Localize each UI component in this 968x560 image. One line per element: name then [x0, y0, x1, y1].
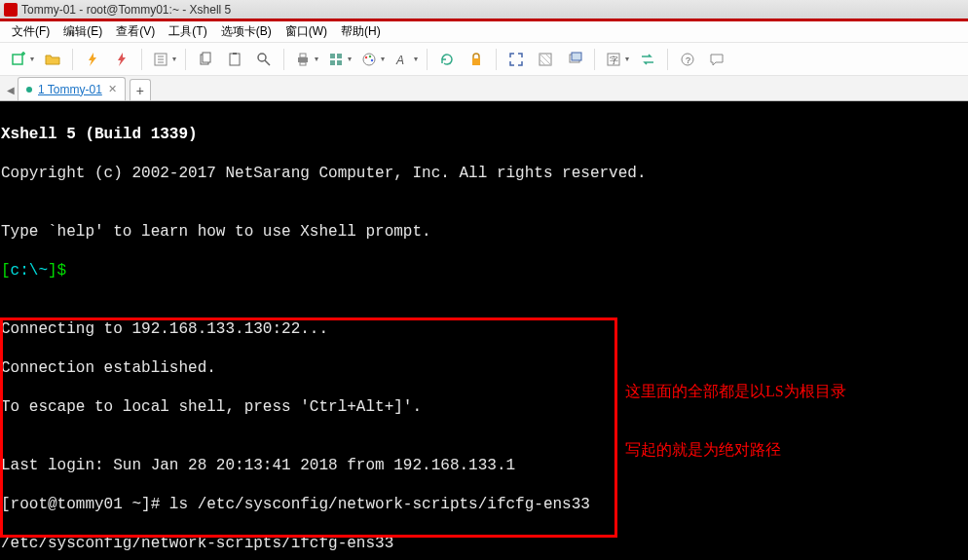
encoding-button[interactable]: 字 [601, 47, 632, 72]
reconnect-button[interactable] [79, 47, 106, 72]
window-title: Tommy-01 - root@Tommy01:~ - Xshell 5 [21, 3, 231, 17]
session-tab-label: 1 Tommy-01 [38, 83, 102, 96]
print-button[interactable] [290, 47, 321, 72]
font-icon: A [394, 52, 410, 67]
tab-scroll-left[interactable]: ◀ [4, 79, 18, 100]
menubar: 文件(F) 编辑(E) 查看(V) 工具(T) 选项卡(B) 窗口(W) 帮助(… [0, 21, 968, 43]
disconnect-button[interactable] [108, 47, 135, 72]
transparency-icon [538, 52, 553, 67]
titlebar: Tommy-01 - root@Tommy01:~ - Xshell 5 [0, 0, 968, 19]
find-button[interactable] [250, 47, 278, 72]
help-button[interactable]: ? [674, 47, 701, 72]
separator [594, 49, 595, 70]
svg-text:字: 字 [610, 56, 618, 65]
svg-rect-19 [472, 58, 480, 65]
separator [283, 49, 284, 70]
always-on-top-button[interactable] [561, 47, 588, 72]
chat-button[interactable] [703, 47, 730, 72]
connecting-line: Connecting to 192.168.133.130:22... [0, 319, 968, 339]
help-icon: ? [680, 52, 695, 67]
layout-button[interactable] [323, 47, 354, 72]
copyright-line: Copyright (c) 2002-2017 NetSarang Comput… [0, 164, 968, 183]
svg-rect-9 [300, 62, 306, 65]
svg-point-17 [371, 58, 373, 60]
font-button[interactable]: A [390, 47, 421, 72]
separator [141, 49, 142, 70]
svg-rect-7 [298, 57, 308, 62]
xftp-button[interactable] [634, 47, 661, 72]
svg-rect-3 [203, 53, 210, 62]
refresh-icon [439, 52, 455, 67]
separator [427, 49, 428, 70]
paste-icon [227, 52, 242, 67]
separator [185, 49, 186, 70]
svg-rect-22 [572, 53, 581, 60]
annotation-text: 这里面的全部都是以LS为根目录 写起的就是为绝对路径 [625, 343, 846, 499]
svg-point-16 [369, 55, 371, 56]
svg-rect-10 [330, 54, 335, 58]
menu-tools[interactable]: 工具(T) [163, 21, 212, 42]
properties-button[interactable] [148, 47, 179, 72]
open-button[interactable] [39, 47, 66, 72]
close-tab-icon[interactable]: ✕ [108, 83, 117, 95]
lock-icon [468, 52, 484, 67]
svg-rect-12 [330, 60, 335, 65]
folder-icon [45, 52, 60, 67]
menu-file[interactable]: 文件(F) [6, 21, 56, 42]
xagent-button[interactable] [433, 47, 461, 72]
output-line: /etc/sysconfig/network-scripts/ifcfg-ens… [0, 534, 968, 553]
lightning-icon [85, 52, 100, 67]
chat-icon [709, 52, 725, 67]
fullscreen-button[interactable] [503, 47, 530, 72]
annotation-line1: 这里面的全部都是以LS为根目录 [625, 382, 846, 401]
banner-line: Xshell 5 (Build 1339) [0, 125, 968, 144]
annotation-line2: 写起的就是为绝对路径 [625, 440, 846, 460]
svg-rect-4 [230, 54, 240, 65]
plus-icon: + [136, 83, 144, 98]
menu-edit[interactable]: 编辑(E) [57, 21, 108, 42]
separator [496, 49, 497, 70]
new-session-icon [11, 52, 26, 67]
layout-icon [328, 52, 344, 67]
svg-point-15 [365, 56, 367, 57]
color-scheme-button[interactable] [356, 47, 388, 72]
new-session-button[interactable] [6, 47, 37, 72]
help-line: Type `help' to learn how to use Xshell p… [0, 222, 968, 242]
terminal[interactable]: Xshell 5 (Build 1339) Copyright (c) 2002… [0, 101, 968, 560]
copy-icon [198, 52, 213, 67]
palette-icon [361, 52, 377, 67]
app-icon [4, 3, 18, 17]
fullscreen-icon [508, 52, 524, 67]
menu-window[interactable]: 窗口(W) [279, 21, 333, 42]
separator [667, 49, 668, 70]
new-tab-button[interactable]: + [130, 79, 151, 100]
copy-button[interactable] [192, 47, 219, 72]
svg-rect-11 [337, 54, 342, 58]
svg-rect-5 [233, 53, 237, 55]
lock-button[interactable] [463, 47, 490, 72]
tabbar: ◀ 1 Tommy-01 ✕ + [0, 76, 968, 101]
menu-tabs[interactable]: 选项卡(B) [215, 21, 278, 42]
svg-text:A: A [395, 54, 404, 67]
svg-rect-8 [300, 54, 306, 57]
print-icon [295, 52, 311, 67]
disconnect-icon [114, 52, 130, 67]
encoding-icon: 字 [606, 52, 621, 67]
menu-help[interactable]: 帮助(H) [335, 21, 387, 42]
connection-status-icon [26, 87, 32, 93]
transparent-button[interactable] [532, 47, 559, 72]
pin-icon [567, 52, 582, 67]
toolbar: A 字 ? [0, 43, 968, 76]
svg-text:?: ? [686, 56, 690, 65]
transfer-icon [640, 52, 655, 67]
session-tab[interactable]: 1 Tommy-01 ✕ [18, 77, 126, 100]
svg-rect-13 [337, 60, 342, 65]
menu-view[interactable]: 查看(V) [110, 21, 161, 42]
properties-icon [153, 52, 168, 67]
svg-rect-0 [13, 55, 22, 64]
paste-button[interactable] [221, 47, 248, 72]
svg-point-14 [363, 54, 375, 65]
separator [72, 49, 73, 70]
search-icon [256, 52, 272, 67]
local-prompt: [c:\~]$ [0, 261, 968, 280]
